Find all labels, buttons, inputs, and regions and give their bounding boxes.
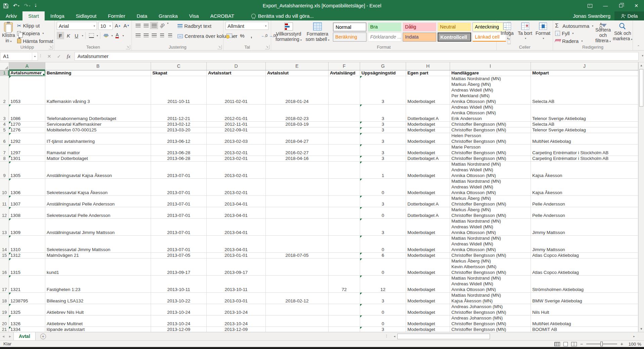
row-header-2[interactable]: 2: [0, 76, 9, 105]
cell-C2[interactable]: 2011-10-11: [151, 76, 207, 105]
accounting-format-button[interactable]: [226, 32, 233, 39]
italic-button[interactable]: K: [65, 32, 72, 39]
cell-G15[interactable]: 6: [360, 253, 406, 258]
cell-B17[interactable]: Fastigheten 1:23: [45, 276, 151, 293]
cell-B4[interactable]: Serviceavtal Kaffemaskiner: [45, 122, 151, 127]
cell-A11[interactable]: 1307: [9, 196, 45, 207]
cell-H1[interactable]: Egen part: [406, 70, 450, 76]
scroll-down-icon[interactable]: ▼: [639, 326, 644, 332]
cell-G2[interactable]: 3: [360, 76, 406, 105]
cell-B20[interactable]: Aktiebrev Multinet: [45, 315, 151, 327]
cell-H12[interactable]: Dotterbolaget A: [406, 207, 450, 219]
column-header-B[interactable]: B: [45, 62, 151, 70]
cell-E6[interactable]: 2018-04-27: [266, 133, 329, 144]
cell-I11[interactable]: Markus Åberg (MN)Christoffer Bengtsson (…: [450, 196, 531, 207]
cell-F3[interactable]: [329, 105, 360, 122]
tab-sidlayout[interactable]: Sidlayout: [70, 11, 102, 20]
clear-button[interactable]: Radera▾: [555, 38, 593, 45]
row-header-16[interactable]: 16: [0, 258, 9, 276]
column-header-H[interactable]: H: [406, 62, 450, 70]
cell-A17[interactable]: 1321: [9, 276, 45, 293]
cell-F8[interactable]: [329, 156, 360, 162]
cell-D12[interactable]: 2013-04-01: [207, 207, 266, 219]
cell-E17[interactable]: [266, 276, 329, 293]
cell-G10[interactable]: 0: [360, 179, 406, 196]
cell-F16[interactable]: [329, 258, 360, 276]
insert-function-icon[interactable]: fx: [64, 54, 73, 59]
cell-J15[interactable]: Atlas Copco Aktiebolag: [531, 253, 638, 258]
cell-F18[interactable]: [329, 293, 360, 304]
cell-C5[interactable]: 2013-03-20: [151, 127, 207, 133]
cell-G18[interactable]: 3: [360, 293, 406, 304]
row-header-18[interactable]: 18: [0, 293, 9, 304]
cell-J1[interactable]: Motpart: [531, 70, 638, 76]
row-header-17[interactable]: 17: [0, 276, 9, 293]
cell-F13[interactable]: [329, 219, 360, 236]
format-as-table-button[interactable]: Formatera som tabell▾: [305, 22, 330, 44]
cell-D9[interactable]: 2013-02-01: [207, 162, 266, 179]
paste-button[interactable]: Klistra in▾: [2, 22, 15, 44]
bold-button[interactable]: F: [57, 32, 64, 39]
cell-H2[interactable]: Moderbolaget: [406, 76, 450, 105]
cell-E16[interactable]: [266, 258, 329, 276]
cell-E13[interactable]: [266, 219, 329, 236]
cell-B11[interactable]: Anställningsavtal Pelle Andersson: [45, 196, 151, 207]
cell-H10[interactable]: Moderbolaget: [406, 179, 450, 196]
cell-G20[interactable]: 0: [360, 315, 406, 327]
cell-F12[interactable]: [329, 207, 360, 219]
cell-A21[interactable]: 1334: [9, 327, 45, 332]
cell-G1[interactable]: Uppsägningstid: [360, 70, 406, 76]
cell-H13[interactable]: Moderbolaget: [406, 219, 450, 236]
cell-I7[interactable]: Marie PerssonChristoffer Bengtsson (MN): [450, 144, 531, 156]
cell-H16[interactable]: Moderbolaget: [406, 258, 450, 276]
cell-G12[interactable]: 0: [360, 207, 406, 219]
cell-F1[interactable]: Avtalslängd: [329, 70, 360, 76]
cell-B19[interactable]: Aktiebrev Nils Hult: [45, 304, 151, 315]
align-right-button[interactable]: [150, 32, 158, 39]
cell-G4[interactable]: 3: [360, 122, 406, 127]
cell-D4[interactable]: 2012-11-01: [207, 122, 266, 127]
cell-J13[interactable]: Jimmy Mattsson: [531, 219, 638, 236]
cell-A10[interactable]: 1306: [9, 179, 45, 196]
font-name-select[interactable]: Arial▾: [57, 22, 97, 30]
column-header-G[interactable]: G: [360, 62, 406, 70]
font-dialog-launcher[interactable]: ↘: [126, 45, 130, 49]
fill-button[interactable]: ↓Fyll▾: [555, 30, 593, 37]
cell-C8[interactable]: 2013-06-28: [151, 156, 207, 162]
cell-H8[interactable]: Dotterbolaget A: [406, 156, 450, 162]
cell-J6[interactable]: MultiNet Aktiebolag: [531, 133, 638, 144]
accounting-dropdown[interactable]: ▾: [236, 34, 237, 37]
sort-filter-button[interactable]: AÖ Sortera och filtrera▾: [595, 22, 611, 44]
zoom-level[interactable]: 100 %: [627, 342, 641, 347]
cell-B18[interactable]: Billeasing LSA132: [45, 293, 151, 304]
cell-I17[interactable]: Mattias Nordstrand (MN)Andreas Widell (M…: [450, 276, 531, 293]
orientation-button[interactable]: ab: [158, 22, 166, 29]
row-header-20[interactable]: 20: [0, 315, 9, 327]
cell-F15[interactable]: [329, 253, 360, 258]
cell-F2[interactable]: [329, 76, 360, 105]
cell-style-bra[interactable]: Bra: [368, 22, 401, 32]
cell-C6[interactable]: 2013-06-12: [151, 133, 207, 144]
cell-style-indata[interactable]: Indata: [403, 33, 436, 42]
cell-H14[interactable]: Moderbolaget: [406, 236, 450, 253]
cell-D5[interactable]: 2012-09-01: [207, 127, 266, 133]
cell-F21[interactable]: [329, 327, 360, 332]
ribbon-display-options-button[interactable]: [582, 0, 598, 11]
column-header-J[interactable]: J: [531, 62, 638, 70]
cell-H3[interactable]: Dotterbolaget A: [406, 105, 450, 122]
cell-I3[interactable]: Andreas Widell (MN)Annika Ottosson (MN)E…: [450, 105, 531, 122]
cell-C13[interactable]: 2013-07-01: [151, 219, 207, 236]
cell-A19[interactable]: 1325: [9, 304, 45, 315]
tab-acrobat[interactable]: ACROBAT: [204, 11, 240, 20]
cell-I13[interactable]: Mattias Nordstrand (MN)Andreas Widell (M…: [450, 219, 531, 236]
formula-input[interactable]: Avtalsnummer: [75, 52, 639, 61]
cell-H11[interactable]: Dotterbolaget A: [406, 196, 450, 207]
cell-B21[interactable]: löpande avtalsstart: [45, 327, 151, 332]
increase-decimal-button[interactable]: ←,0: [261, 34, 267, 38]
cell-G11[interactable]: 3: [360, 196, 406, 207]
cell-E18[interactable]: 2018-02-12: [266, 293, 329, 304]
cell-J5[interactable]: Telenor Sverige Aktiebolag: [531, 127, 638, 133]
cell-C20[interactable]: 2013-10-24: [151, 315, 207, 327]
row-header-6[interactable]: 6: [0, 133, 9, 144]
increase-font-icon[interactable]: A▲: [114, 22, 121, 29]
